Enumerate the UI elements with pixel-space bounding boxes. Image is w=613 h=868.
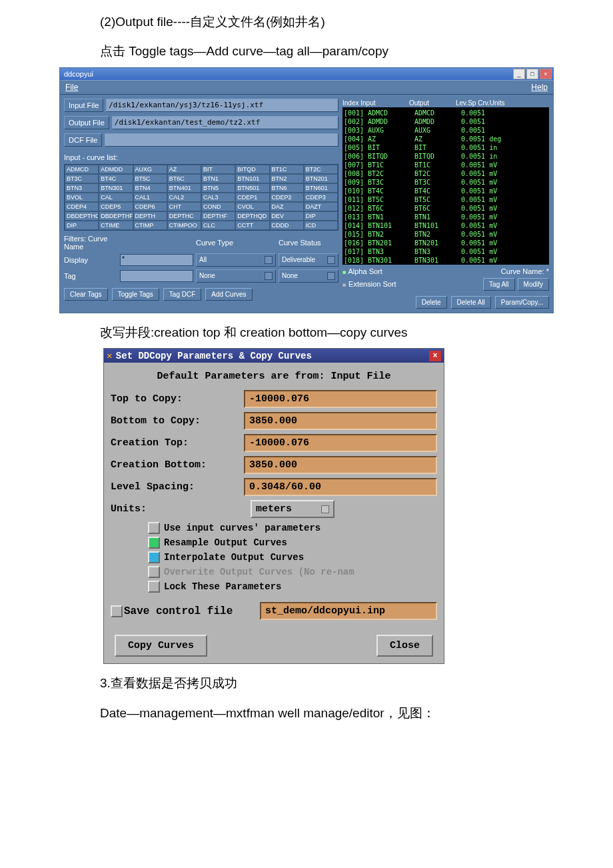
minimize-icon[interactable]: _: [513, 69, 525, 79]
curve-cell[interactable]: DBDEPTHC: [65, 211, 99, 221]
curve-cell[interactable]: BTN601: [304, 183, 338, 193]
curve-cell[interactable]: CAL1: [133, 193, 167, 202]
curve-cell[interactable]: BTN501: [235, 183, 269, 193]
output-row[interactable]: [011]BT5CBT5C0.0051 mV: [344, 195, 548, 204]
curve-cell[interactable]: BT1C: [270, 165, 304, 174]
output-row[interactable]: [001]ADMCDADMCD0.0051: [344, 109, 548, 117]
bottom-to-copy-field[interactable]: 3850.000: [244, 412, 437, 430]
curve-cell[interactable]: CDEP6: [133, 202, 167, 211]
curve-cell[interactable]: ICD: [304, 221, 338, 230]
output-row[interactable]: [005]BITBIT0.0051 in: [344, 143, 548, 152]
checkbox-resample[interactable]: [148, 537, 160, 549]
delete-button[interactable]: Delete: [416, 296, 447, 309]
curve-cell[interactable]: BTN6: [270, 183, 304, 193]
curve-cell[interactable]: BT4C: [99, 174, 133, 183]
curve-cell[interactable]: CDDD: [270, 221, 304, 230]
curve-cell[interactable]: DAZT: [304, 202, 338, 211]
output-row[interactable]: [016]BTN201BTN2010.0051 mV: [344, 239, 548, 247]
save-control-field[interactable]: st_demo/ddcopyui.inp: [260, 602, 437, 620]
curve-cell[interactable]: DEPTHQD: [235, 211, 269, 221]
curve-cell[interactable]: BTN101: [235, 174, 269, 183]
curve-cell[interactable]: CDEP2: [270, 193, 304, 202]
curve-cell[interactable]: BTN1: [201, 174, 235, 183]
curve-cell[interactable]: CAL3: [201, 193, 235, 202]
menu-help[interactable]: Help: [531, 83, 548, 92]
curve-cell[interactable]: DEV: [270, 211, 304, 221]
curve-cell[interactable]: CLC: [201, 221, 235, 230]
top-to-copy-field[interactable]: -10000.076: [244, 390, 437, 408]
curve-cell[interactable]: DAZ: [270, 202, 304, 211]
curve-cell[interactable]: CDEP5: [99, 202, 133, 211]
curve-cell[interactable]: BITQD: [235, 165, 269, 174]
output-row[interactable]: [015]BTN2BTN20.0051 mV: [344, 230, 548, 239]
tag-all-button[interactable]: Tag All: [483, 278, 514, 291]
curve-cell[interactable]: AUXG: [133, 165, 167, 174]
curve-status-select[interactable]: Deliverable: [279, 253, 338, 267]
close-icon[interactable]: ×: [540, 69, 552, 79]
curve-cell[interactable]: DEPTHC: [167, 211, 201, 221]
curve-cell[interactable]: DIP: [65, 221, 99, 230]
checkbox-save-control[interactable]: [111, 605, 123, 617]
curve-output-list[interactable]: [001]ADMCDADMCD0.0051[002]ADMDDADMDD0.00…: [342, 107, 549, 265]
curve-cell[interactable]: CTIMP: [133, 221, 167, 230]
creation-bottom-field[interactable]: 3850.000: [244, 456, 437, 474]
curve-cell[interactable]: ADMDD: [99, 165, 133, 174]
output-row[interactable]: [012]BT6CBT6C0.0051 mV: [344, 204, 548, 213]
input-file-field[interactable]: /disk1/exkantan/ysj3/tz16-11ysj.xtf: [106, 99, 338, 112]
tag-dcf-button[interactable]: Tag DCF: [163, 288, 201, 301]
curve-cell[interactable]: BTN5: [201, 183, 235, 193]
output-row[interactable]: [017]BTN3BTN30.0051 mV: [344, 247, 548, 256]
close-icon[interactable]: ×: [429, 351, 441, 361]
modify-button[interactable]: Modify: [518, 278, 549, 291]
output-row[interactable]: [018]BTN301BTN3010.0051 mV: [344, 256, 548, 265]
curve-cell[interactable]: CTIME: [99, 221, 133, 230]
curve-cell[interactable]: BIT: [201, 165, 235, 174]
units-select[interactable]: meters: [251, 500, 334, 518]
curve-cell[interactable]: BT2C: [304, 165, 338, 174]
curve-cell[interactable]: CDEP1: [235, 193, 269, 202]
output-row[interactable]: [004]AZAZ0.0051 deg: [344, 135, 548, 143]
creation-top-field[interactable]: -10000.076: [244, 434, 437, 452]
tag-type-select[interactable]: None: [196, 269, 276, 283]
curve-cell[interactable]: CVOL: [235, 202, 269, 211]
curve-cell[interactable]: BTN301: [99, 183, 133, 193]
curve-cell[interactable]: CAL: [99, 193, 133, 202]
output-row[interactable]: [008]BT2CBT2C0.0051 mV: [344, 169, 548, 178]
output-row[interactable]: [013]BTN1BTN10.0051 mV: [344, 213, 548, 221]
param-copy-button[interactable]: Param/Copy...: [495, 296, 549, 309]
curve-cell[interactable]: BTN3: [65, 183, 99, 193]
tag-status-select[interactable]: None: [279, 269, 338, 283]
delete-all-button[interactable]: Delete All: [451, 296, 491, 309]
output-row[interactable]: [009]BT3CBT3C0.0051 mV: [344, 178, 548, 187]
curve-cell[interactable]: BTN401: [167, 183, 201, 193]
curve-cell[interactable]: CHT: [167, 202, 201, 211]
alpha-sort[interactable]: Alpha Sort: [348, 267, 382, 275]
menu-file[interactable]: File: [65, 83, 78, 92]
checkbox-interpolate[interactable]: [148, 551, 160, 563]
dcf-file-field[interactable]: [105, 133, 338, 147]
curve-cell[interactable]: CDEP4: [65, 202, 99, 211]
output-row[interactable]: [002]ADMDDADMDD0.0051: [344, 117, 548, 126]
checkbox-overwrite[interactable]: [148, 566, 160, 578]
copy-curves-button[interactable]: Copy Curves: [115, 635, 207, 657]
curve-cell[interactable]: COND: [201, 202, 235, 211]
output-row[interactable]: [014]BTN101BTN1010.0051 mV: [344, 221, 548, 230]
curve-cell[interactable]: BT5C: [133, 174, 167, 183]
curve-cell[interactable]: BT6C: [167, 174, 201, 183]
display-input[interactable]: *: [120, 254, 193, 266]
curve-cell[interactable]: CCTT: [235, 221, 269, 230]
add-curves-button[interactable]: Add Curves: [205, 288, 252, 301]
maximize-icon[interactable]: □: [526, 69, 538, 79]
level-spacing-field[interactable]: 0.3048/60.00: [244, 478, 437, 496]
curve-cell[interactable]: DIP: [304, 211, 338, 221]
output-row[interactable]: [003]AUXGAUXG0.0051: [344, 126, 548, 135]
curve-cell[interactable]: DEPTH: [133, 211, 167, 221]
curve-type-select[interactable]: All: [196, 253, 276, 267]
curve-cell[interactable]: BTN4: [133, 183, 167, 193]
curve-cell[interactable]: BVOL: [65, 193, 99, 202]
curve-cell[interactable]: BT3C: [65, 174, 99, 183]
tag-input[interactable]: [120, 270, 193, 282]
curve-cell[interactable]: ADMCD: [65, 165, 99, 174]
clear-tags-button[interactable]: Clear Tags: [64, 288, 108, 301]
extension-sort[interactable]: Extension Sort: [348, 280, 396, 288]
